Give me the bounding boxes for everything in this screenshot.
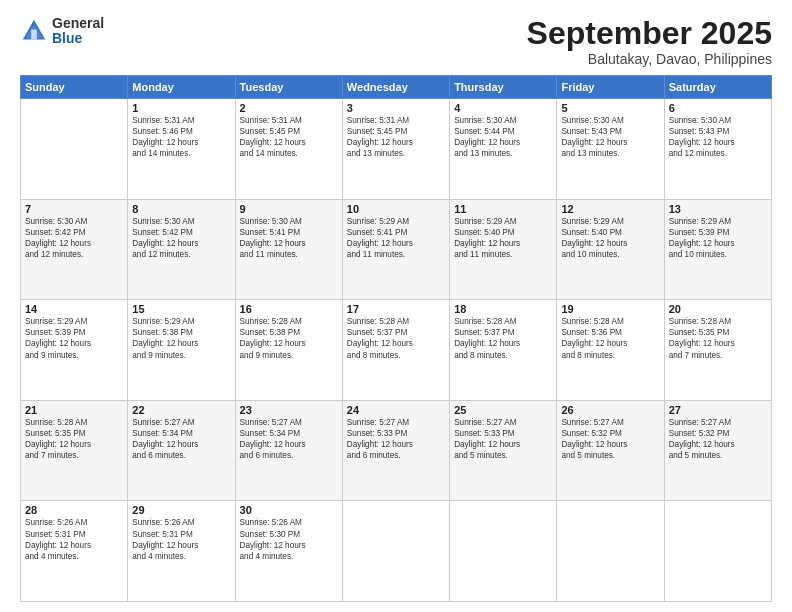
day-number: 24: [347, 404, 445, 416]
logo-text: General Blue: [52, 16, 104, 47]
calendar-cell: 14Sunrise: 5:29 AMSunset: 5:39 PMDayligh…: [21, 300, 128, 401]
calendar-cell: [664, 501, 771, 602]
calendar-cell: 7Sunrise: 5:30 AMSunset: 5:42 PMDaylight…: [21, 199, 128, 300]
day-number: 4: [454, 102, 552, 114]
day-info: Sunrise: 5:31 AMSunset: 5:46 PMDaylight:…: [132, 115, 230, 159]
day-info: Sunrise: 5:26 AMSunset: 5:31 PMDaylight:…: [25, 517, 123, 561]
calendar-cell: [21, 99, 128, 200]
day-info: Sunrise: 5:29 AMSunset: 5:40 PMDaylight:…: [454, 216, 552, 260]
calendar-header-row: SundayMondayTuesdayWednesdayThursdayFrid…: [21, 76, 772, 99]
calendar-cell: 30Sunrise: 5:26 AMSunset: 5:30 PMDayligh…: [235, 501, 342, 602]
day-number: 15: [132, 303, 230, 315]
calendar-cell: 4Sunrise: 5:30 AMSunset: 5:44 PMDaylight…: [450, 99, 557, 200]
calendar-week-1: 1Sunrise: 5:31 AMSunset: 5:46 PMDaylight…: [21, 99, 772, 200]
day-number: 5: [561, 102, 659, 114]
day-number: 8: [132, 203, 230, 215]
day-info: Sunrise: 5:29 AMSunset: 5:39 PMDaylight:…: [669, 216, 767, 260]
day-info: Sunrise: 5:30 AMSunset: 5:44 PMDaylight:…: [454, 115, 552, 159]
day-number: 7: [25, 203, 123, 215]
calendar-cell: 22Sunrise: 5:27 AMSunset: 5:34 PMDayligh…: [128, 400, 235, 501]
calendar-cell: [557, 501, 664, 602]
day-number: 20: [669, 303, 767, 315]
day-info: Sunrise: 5:30 AMSunset: 5:42 PMDaylight:…: [132, 216, 230, 260]
day-info: Sunrise: 5:31 AMSunset: 5:45 PMDaylight:…: [347, 115, 445, 159]
day-number: 3: [347, 102, 445, 114]
calendar-cell: [342, 501, 449, 602]
calendar-cell: 27Sunrise: 5:27 AMSunset: 5:32 PMDayligh…: [664, 400, 771, 501]
day-number: 1: [132, 102, 230, 114]
day-info: Sunrise: 5:29 AMSunset: 5:40 PMDaylight:…: [561, 216, 659, 260]
logo-blue-text: Blue: [52, 31, 104, 46]
location: Balutakay, Davao, Philippines: [527, 51, 772, 67]
calendar-cell: 10Sunrise: 5:29 AMSunset: 5:41 PMDayligh…: [342, 199, 449, 300]
day-number: 13: [669, 203, 767, 215]
day-number: 17: [347, 303, 445, 315]
day-number: 2: [240, 102, 338, 114]
day-info: Sunrise: 5:30 AMSunset: 5:42 PMDaylight:…: [25, 216, 123, 260]
day-info: Sunrise: 5:26 AMSunset: 5:31 PMDaylight:…: [132, 517, 230, 561]
calendar-cell: 11Sunrise: 5:29 AMSunset: 5:40 PMDayligh…: [450, 199, 557, 300]
calendar-cell: 18Sunrise: 5:28 AMSunset: 5:37 PMDayligh…: [450, 300, 557, 401]
day-number: 25: [454, 404, 552, 416]
day-number: 19: [561, 303, 659, 315]
calendar-cell: 1Sunrise: 5:31 AMSunset: 5:46 PMDaylight…: [128, 99, 235, 200]
calendar-cell: 3Sunrise: 5:31 AMSunset: 5:45 PMDaylight…: [342, 99, 449, 200]
day-number: 12: [561, 203, 659, 215]
calendar-cell: 5Sunrise: 5:30 AMSunset: 5:43 PMDaylight…: [557, 99, 664, 200]
day-info: Sunrise: 5:28 AMSunset: 5:38 PMDaylight:…: [240, 316, 338, 360]
header: General Blue September 2025 Balutakay, D…: [20, 16, 772, 67]
calendar-cell: 24Sunrise: 5:27 AMSunset: 5:33 PMDayligh…: [342, 400, 449, 501]
calendar-header-tuesday: Tuesday: [235, 76, 342, 99]
day-info: Sunrise: 5:28 AMSunset: 5:37 PMDaylight:…: [454, 316, 552, 360]
calendar-cell: 29Sunrise: 5:26 AMSunset: 5:31 PMDayligh…: [128, 501, 235, 602]
calendar-cell: 19Sunrise: 5:28 AMSunset: 5:36 PMDayligh…: [557, 300, 664, 401]
calendar-week-3: 14Sunrise: 5:29 AMSunset: 5:39 PMDayligh…: [21, 300, 772, 401]
day-number: 22: [132, 404, 230, 416]
day-number: 9: [240, 203, 338, 215]
day-number: 29: [132, 504, 230, 516]
calendar-cell: 15Sunrise: 5:29 AMSunset: 5:38 PMDayligh…: [128, 300, 235, 401]
day-info: Sunrise: 5:27 AMSunset: 5:34 PMDaylight:…: [240, 417, 338, 461]
calendar-cell: [450, 501, 557, 602]
day-info: Sunrise: 5:28 AMSunset: 5:35 PMDaylight:…: [25, 417, 123, 461]
calendar-header-friday: Friday: [557, 76, 664, 99]
calendar-table: SundayMondayTuesdayWednesdayThursdayFrid…: [20, 75, 772, 602]
logo-icon: [20, 17, 48, 45]
day-info: Sunrise: 5:28 AMSunset: 5:35 PMDaylight:…: [669, 316, 767, 360]
day-info: Sunrise: 5:31 AMSunset: 5:45 PMDaylight:…: [240, 115, 338, 159]
day-number: 14: [25, 303, 123, 315]
day-info: Sunrise: 5:29 AMSunset: 5:39 PMDaylight:…: [25, 316, 123, 360]
calendar-cell: 16Sunrise: 5:28 AMSunset: 5:38 PMDayligh…: [235, 300, 342, 401]
title-block: September 2025 Balutakay, Davao, Philipp…: [527, 16, 772, 67]
calendar-cell: 12Sunrise: 5:29 AMSunset: 5:40 PMDayligh…: [557, 199, 664, 300]
calendar-header-sunday: Sunday: [21, 76, 128, 99]
day-number: 27: [669, 404, 767, 416]
day-number: 18: [454, 303, 552, 315]
calendar-header-thursday: Thursday: [450, 76, 557, 99]
calendar-week-4: 21Sunrise: 5:28 AMSunset: 5:35 PMDayligh…: [21, 400, 772, 501]
day-info: Sunrise: 5:29 AMSunset: 5:41 PMDaylight:…: [347, 216, 445, 260]
calendar-week-5: 28Sunrise: 5:26 AMSunset: 5:31 PMDayligh…: [21, 501, 772, 602]
calendar-cell: 13Sunrise: 5:29 AMSunset: 5:39 PMDayligh…: [664, 199, 771, 300]
calendar-cell: 6Sunrise: 5:30 AMSunset: 5:43 PMDaylight…: [664, 99, 771, 200]
calendar-cell: 23Sunrise: 5:27 AMSunset: 5:34 PMDayligh…: [235, 400, 342, 501]
calendar-cell: 28Sunrise: 5:26 AMSunset: 5:31 PMDayligh…: [21, 501, 128, 602]
day-number: 10: [347, 203, 445, 215]
day-number: 21: [25, 404, 123, 416]
calendar-header-wednesday: Wednesday: [342, 76, 449, 99]
calendar-cell: 20Sunrise: 5:28 AMSunset: 5:35 PMDayligh…: [664, 300, 771, 401]
day-number: 28: [25, 504, 123, 516]
day-info: Sunrise: 5:27 AMSunset: 5:33 PMDaylight:…: [454, 417, 552, 461]
calendar-cell: 2Sunrise: 5:31 AMSunset: 5:45 PMDaylight…: [235, 99, 342, 200]
calendar-cell: 8Sunrise: 5:30 AMSunset: 5:42 PMDaylight…: [128, 199, 235, 300]
day-info: Sunrise: 5:30 AMSunset: 5:43 PMDaylight:…: [561, 115, 659, 159]
day-number: 30: [240, 504, 338, 516]
day-info: Sunrise: 5:27 AMSunset: 5:32 PMDaylight:…: [669, 417, 767, 461]
calendar-cell: 21Sunrise: 5:28 AMSunset: 5:35 PMDayligh…: [21, 400, 128, 501]
calendar-week-2: 7Sunrise: 5:30 AMSunset: 5:42 PMDaylight…: [21, 199, 772, 300]
svg-rect-2: [31, 30, 37, 40]
calendar-cell: 25Sunrise: 5:27 AMSunset: 5:33 PMDayligh…: [450, 400, 557, 501]
day-info: Sunrise: 5:30 AMSunset: 5:41 PMDaylight:…: [240, 216, 338, 260]
day-number: 26: [561, 404, 659, 416]
calendar-cell: 26Sunrise: 5:27 AMSunset: 5:32 PMDayligh…: [557, 400, 664, 501]
